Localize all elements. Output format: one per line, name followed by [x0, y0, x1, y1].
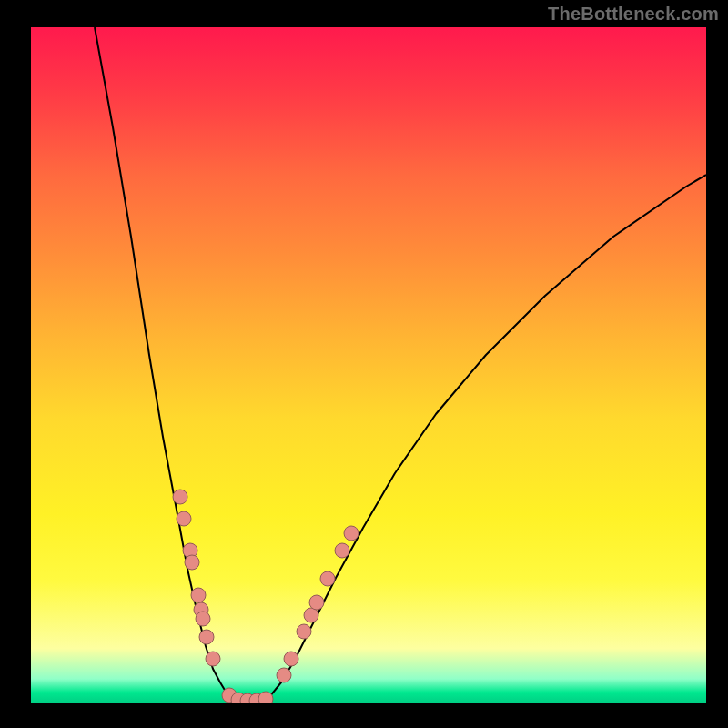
marker-dot [277, 668, 291, 682]
marker-dots [173, 490, 359, 703]
marker-dot [177, 511, 191, 526]
marker-dot [335, 543, 349, 558]
chart-svg [31, 27, 706, 703]
bottleneck-curve [95, 27, 706, 701]
marker-dot [297, 624, 311, 639]
curve-line [95, 27, 706, 701]
marker-dot [284, 652, 298, 666]
marker-dot [191, 588, 206, 602]
plot-area [31, 27, 706, 703]
outer-frame: TheBottleneck.com [0, 0, 728, 728]
marker-dot [309, 595, 324, 610]
marker-dot [344, 526, 359, 541]
marker-dot [185, 555, 199, 570]
marker-dot [196, 612, 210, 626]
marker-dot [199, 630, 214, 644]
marker-dot [320, 571, 335, 586]
marker-dot [206, 652, 220, 666]
watermark-text: TheBottleneck.com [548, 4, 719, 25]
marker-dot [258, 692, 273, 703]
marker-dot [173, 490, 187, 504]
